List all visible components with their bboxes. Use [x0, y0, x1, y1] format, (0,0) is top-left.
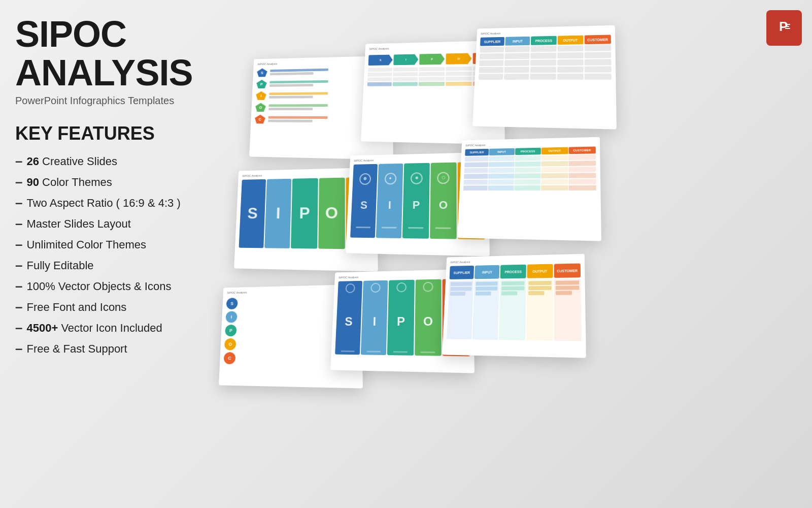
feature-item-4: – Master Slides Layout [15, 216, 233, 232]
pentagon-c: C [255, 115, 265, 124]
feature-item-3: – Two Aspect Ratio ( 16:9 & 4:3 ) [15, 195, 233, 211]
feature-item-7: – 100% Vector Objects & Icons [15, 278, 233, 294]
dash-icon: – [15, 320, 22, 336]
big-letter-s: S [239, 179, 266, 248]
dash-icon: – [15, 195, 22, 211]
circle-o: O [224, 338, 236, 350]
feature-text-6: Fully Editable [26, 259, 93, 272]
big-letter-p: P [291, 178, 318, 249]
slides-wrapper: SIPOC Analysis S P [233, 0, 812, 508]
slide-card-6: SIPOC Analysis SUPPLIER INPUT PROCESS OU… [457, 137, 601, 241]
slide-card-9: SIPOC Analysis SUPPLIER INPUT [442, 254, 586, 358]
col-header-c: CUSTOMER [584, 35, 611, 44]
circle-c: C [224, 352, 236, 364]
dash-icon: – [15, 278, 22, 294]
col-header-o: OUTPUT [557, 36, 583, 45]
feature-text-3: Two Aspect Ratio ( 16:9 & 4:3 ) [26, 197, 180, 210]
main-title: SIPOC ANALYSIS [15, 15, 233, 92]
feature-item-5: – Unlimited Color Themes [15, 237, 233, 252]
feature-text-4: Master Slides Layout [26, 217, 130, 231]
feature-item-9: – 4500+ Vector Icon Included [15, 320, 233, 336]
feature-text-7: 100% Vector Objects & Icons [26, 280, 171, 293]
circle-s: S [226, 298, 238, 309]
pentagon-o: O [255, 103, 266, 112]
slide-title-9: SIPOC Analysis [450, 258, 581, 264]
subtitle: PowerPoint Infographics Templates [15, 95, 233, 107]
pentagon-i: I [256, 91, 266, 100]
pentagon-p: P [256, 80, 267, 88]
feature-text-10: Free & Fast Support [26, 342, 127, 356]
slides-area: SIPOC Analysis S P [233, 0, 812, 508]
feature-item-8: – Free Font and Icons [15, 299, 233, 315]
dash-icon: – [15, 174, 22, 190]
feature-item-1: – 26 Creative Slides [15, 153, 233, 169]
features-list: – 26 Creative Slides – 90 Color Themes –… [15, 153, 233, 357]
dash-icon: – [15, 341, 22, 357]
dash-icon: – [15, 258, 22, 273]
key-features-title: KEY FEATURES [15, 123, 233, 144]
left-panel: SIPOC ANALYSIS PowerPoint Infographics T… [15, 15, 233, 362]
col-header-i: INPUT [505, 37, 530, 46]
big-letter-i: I [264, 179, 291, 248]
dash-icon: – [15, 153, 22, 169]
dash-icon: – [15, 237, 22, 252]
feature-item-10: – Free & Fast Support [15, 341, 233, 357]
pentagon-s: S [257, 68, 267, 77]
feature-text-5: Unlimited Color Themes [26, 238, 146, 251]
feature-text-8: Free Font and Icons [26, 301, 126, 314]
arrow-o: O [446, 53, 471, 64]
arrow-p: P [419, 54, 445, 65]
col-header-p: PROCESS [531, 36, 556, 45]
circle-i: I [225, 311, 237, 323]
slide-title-3: SIPOC Analysis [481, 29, 611, 35]
slide-title-6: SIPOC Analysis [465, 141, 596, 147]
feature-item-2: – 90 Color Themes [15, 174, 233, 190]
slide-card-3: SIPOC Analysis SUPPLIER INPUT PROCESS [472, 25, 617, 130]
col-header-s: SUPPLIER [480, 37, 504, 46]
slide-3-content: SUPPLIER INPUT PROCESS OUTPUT [479, 35, 612, 80]
feature-text-9: 4500+ Vector Icon Included [26, 322, 162, 335]
circle-p: P [225, 325, 236, 336]
feature-text-2: 90 Color Themes [26, 176, 112, 189]
arrow-i: I [393, 54, 418, 66]
big-letter-o: O [318, 178, 345, 249]
feature-text-1: 26 Creative Slides [26, 155, 117, 168]
dash-icon: – [15, 299, 22, 315]
arrow-s: S [368, 55, 393, 66]
dash-icon: – [15, 216, 22, 232]
feature-item-6: – Fully Editable [15, 258, 233, 273]
